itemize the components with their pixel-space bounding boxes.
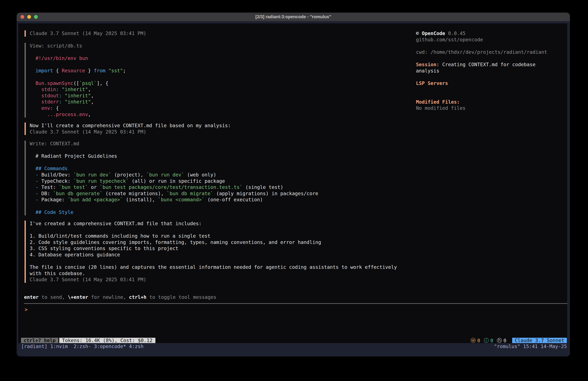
hint-icon: ⓗ: [497, 337, 502, 344]
text-line: [416, 55, 568, 62]
text-line: © OpenCode 0.0.45: [416, 30, 568, 37]
tokens-cost-badge: Tokens: 16.4K (8%), Cost: $0.12: [59, 338, 155, 343]
window-title: [2/3] radiant:3:opencode - "romulus": [17, 13, 570, 21]
input-help-text: enter to send, \+enter for newline, ctrl…: [24, 294, 216, 300]
tool-call-view-db-ts: View: script/db.ts #!/usr/bin/env bun im…: [24, 43, 126, 117]
text-line: Write: CONTEXT.md: [30, 141, 318, 147]
text-line: - Package: `bun add <package>` (install)…: [30, 197, 318, 203]
terminal-padding-left: [17, 21, 18, 357]
text-line: [30, 74, 126, 80]
text-line: 1. Build/lint/test commands including ho…: [30, 233, 397, 239]
tmux-host-clock: "romulus" 15:41 14-May-25: [494, 343, 567, 350]
text-line: ## Code Style: [30, 209, 318, 216]
text-line: - DB: `bun db generate` (create migratio…: [30, 190, 318, 197]
text-line: View: script/db.ts: [30, 43, 126, 49]
statusbar: ctrl+? help Tokens: 16.4K (8%), Cost: $0…: [17, 338, 570, 343]
tmux-window-list: [radiant] 1:nvim 2:zsh- 3:opencode* 4:zs…: [21, 343, 494, 350]
text-line: [30, 49, 126, 55]
tmux-statusbar: [radiant] 1:nvim 2:zsh- 3:opencode* 4:zs…: [17, 343, 570, 357]
warning-icon: ⓦ: [471, 337, 476, 344]
terminal-screen[interactable]: Claude 3.7 Sonnet (14 May 2025 03:41 PM)…: [17, 21, 570, 357]
assistant-message-header: Claude 3.7 Sonnet (14 May 2025 03:41 PM): [24, 30, 146, 37]
text-line: - TypeCheck: `bun run typecheck` (all) o…: [30, 178, 318, 184]
text-line: - Build/Dev: `bun run dev` (project), `b…: [30, 172, 318, 178]
text-line: Claude 3.7 Sonnet (14 May 2025 03:41 PM): [30, 30, 146, 37]
terminal-padding-top: [17, 21, 570, 23]
model-badge[interactable]: Claude 3.7 Sonnet: [512, 338, 567, 343]
text-line: import { Resource } from "sst";: [30, 68, 126, 74]
diagnostic-info: ⓘ 0: [484, 337, 493, 344]
tmux-window-opencode[interactable]: 3:opencode*: [94, 343, 129, 350]
text-line: [30, 62, 126, 68]
text-line: with this codebase.: [30, 270, 397, 277]
diagnostic-hint: ⓗ 0: [497, 337, 506, 344]
text-line: github.com/sst/opencode: [416, 37, 568, 43]
diagnostic-warning: ⓦ 0: [471, 337, 480, 344]
text-line: # Radiant Project Guidelines: [30, 153, 318, 159]
sidebar: © OpenCode 0.0.45github.com/sst/opencode…: [416, 30, 568, 112]
tool-call-write-context-md: Write: CONTEXT.md # Radiant Project Guid…: [24, 141, 318, 215]
text-line: stdout: "inherit",: [30, 93, 126, 99]
text-line: stderr: "inherit",: [30, 99, 126, 105]
tmux-window-nvim[interactable]: 1:nvim: [50, 343, 74, 350]
text-line: [416, 74, 568, 80]
text-line: [30, 147, 318, 153]
text-line: [30, 203, 318, 209]
text-line: [30, 159, 318, 166]
prompt-caret-icon: >: [25, 307, 28, 312]
text-line: env: {: [30, 105, 126, 112]
tmux-status-row: [radiant] 1:nvim 2:zsh- 3:opencode* 4:zs…: [21, 343, 567, 350]
text-line: - Test: `bun test` or `bun test packages…: [30, 184, 318, 190]
text-line: ...process.env,: [30, 112, 126, 118]
window-titlebar[interactable]: [2/3] radiant:3:opencode - "romulus": [17, 13, 570, 21]
text-line: analysis: [416, 68, 568, 74]
text-line: Modified Files:: [416, 99, 568, 105]
text-line: #!/usr/bin/env bun: [30, 55, 126, 62]
text-line: [416, 93, 568, 99]
text-line: stdin: "inherit",: [30, 86, 126, 93]
assistant-message-intro: Now I'll create a comprehensive CONTEXT.…: [24, 123, 231, 135]
text-line: [30, 227, 397, 233]
help-badge[interactable]: ctrl+? help: [21, 338, 58, 343]
text-line: LSP Servers: [416, 80, 568, 87]
text-line: [416, 86, 568, 93]
text-line: Bun.spawnSync([`psql`], {: [30, 80, 126, 87]
text-line: No modified files: [416, 105, 568, 112]
text-line: Claude 3.7 Sonnet (14 May 2025 03:41 PM): [30, 129, 231, 135]
text-line: [416, 43, 568, 49]
text-line: [30, 258, 397, 264]
prompt-input[interactable]: >: [25, 307, 28, 313]
text-line: Session: Creating CONTEXT.md for codebas…: [416, 62, 568, 68]
text-line: Now I'll create a comprehensive CONTEXT.…: [30, 123, 231, 129]
text-line: The file is concise (20 lines) and captu…: [30, 264, 397, 270]
text-line: 3. CSS styling conventions specific to t…: [30, 246, 397, 252]
info-icon: ⓘ: [484, 337, 489, 344]
terminal-window: [2/3] radiant:3:opencode - "romulus" Cla…: [17, 13, 570, 357]
hint-count: 0: [504, 338, 506, 343]
tmux-session-name: [radiant]: [21, 343, 50, 350]
tmux-window-zsh-4[interactable]: 4:zsh: [129, 343, 144, 350]
text-line: cwd: /home/thdxr/dev/projects/radiant/ra…: [416, 49, 568, 55]
input-divider: [24, 303, 567, 304]
text-line: 4. Database operations guidance: [30, 252, 397, 258]
text-line: Claude 3.7 Sonnet (14 May 2025 03:41 PM): [30, 277, 397, 283]
text-line: I've created a comprehensive CONTEXT.md …: [30, 221, 397, 227]
text-line: ## Commands: [30, 165, 318, 172]
text-line: 2. Code style guidelines covering import…: [30, 239, 397, 246]
assistant-message-summary: I've created a comprehensive CONTEXT.md …: [24, 221, 397, 283]
info-count: 0: [490, 338, 493, 343]
warning-count: 0: [477, 338, 480, 343]
text-line: enter to send, \+enter for newline, ctrl…: [24, 294, 216, 300]
tmux-window-zsh-2[interactable]: 2:zsh-: [74, 343, 94, 350]
